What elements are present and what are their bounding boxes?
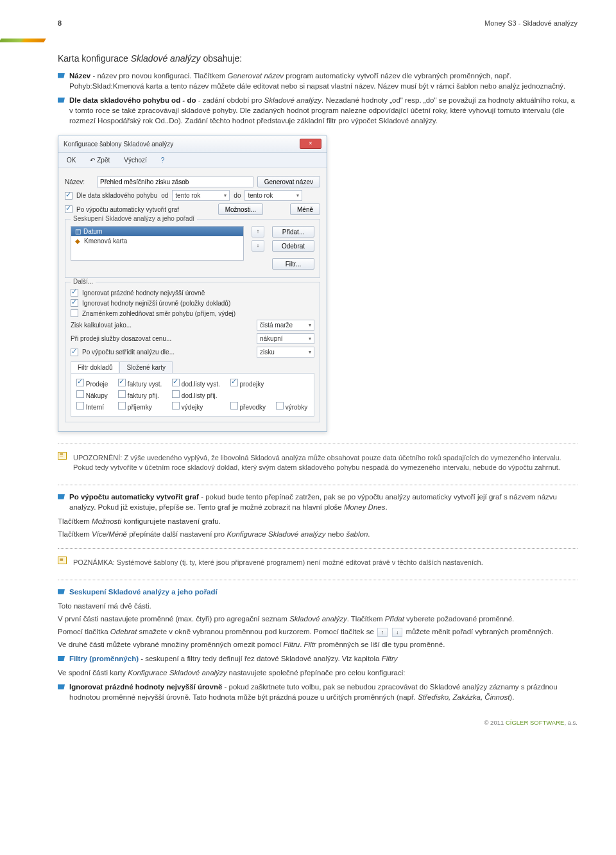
tab-body: Prodeje faktury vyst. dod.listy vyst. pr…: [71, 373, 314, 417]
tab-filter[interactable]: Filtr dokladů: [71, 361, 119, 373]
bullet-filtry: Filtry (proměnných) - seskupení a filtry…: [58, 653, 578, 664]
p-second: Ve druhé části můžete vybrané množiny pr…: [58, 639, 578, 650]
dialog-titlebar: Konfigurace šablony Skladové analýzy ×: [58, 135, 327, 153]
intro-title: Karta konfigurace Skladové analýzy obsah…: [58, 53, 578, 65]
date-checkbox[interactable]: [65, 192, 73, 200]
remove-button[interactable]: Odebrat: [272, 240, 314, 252]
name-label: Název:: [65, 178, 93, 186]
move-down-icon: ↓: [392, 628, 402, 637]
p-first: V první části nastavujete proměnné (max.…: [58, 614, 578, 624]
graph-checkbox[interactable]: [65, 205, 73, 213]
cena-select[interactable]: nákupní▾: [257, 333, 314, 344]
move-down-icon[interactable]: ↓: [252, 240, 264, 252]
filter-button[interactable]: Filtr...: [272, 258, 314, 270]
move-up-icon: ↑: [377, 628, 388, 637]
divider: [58, 444, 578, 444]
chk-ig1[interactable]: [71, 289, 78, 297]
p-two: Toto nastavení má dvě části.: [58, 601, 578, 611]
generate-name-button[interactable]: Generovat název: [257, 176, 320, 187]
grouping-box: Seskupení Skladové analýzy a jeho pořadí…: [65, 219, 320, 278]
zisk-select[interactable]: čistá marže▾: [257, 320, 314, 331]
book-icon: [58, 452, 67, 460]
note-warning: UPOZORNĚNÍ: Z výše uvedeného vyplývá, že…: [58, 451, 578, 476]
doc-title: Money S3 - Skladové analýzy: [484, 19, 578, 27]
p-bottom: Ve spodní části karty Konfigurace Sklado…: [58, 668, 578, 678]
dialog-title: Konfigurace šablony Skladové analýzy: [64, 141, 173, 148]
note-info: POZNÁMKA: Systémové šablony (tj. ty, kte…: [58, 555, 578, 570]
divider: [58, 485, 578, 485]
chk-sort[interactable]: [71, 349, 78, 356]
grouping-list[interactable]: ◫Datum ◆Kmenová karta: [71, 226, 244, 261]
bullet-seskupeni: Seskupení Skladové analýzy a jeho pořadí: [58, 587, 578, 597]
add-button[interactable]: Přidat...: [272, 226, 314, 238]
bullet-ignore: Ignorovat prázdné hodnoty nejvyšší úrovn…: [58, 682, 578, 702]
tab-composed[interactable]: Složené karty: [119, 361, 173, 373]
help-icon[interactable]: ?: [157, 155, 169, 165]
divider: [58, 548, 578, 549]
options-button[interactable]: Možnosti...: [218, 203, 263, 215]
page-footer: © 2011 CÍGLER SOFTWARE, a.s.: [58, 719, 578, 726]
calendar-icon: ◫: [75, 228, 81, 235]
less-button[interactable]: Méně: [290, 203, 320, 215]
bullet-nazev: Název - název pro novou konfiguraci. Tla…: [58, 71, 578, 91]
dialog-screenshot: Konfigurace šablony Skladové analýzy × O…: [58, 135, 327, 432]
ok-button[interactable]: OK: [62, 155, 80, 165]
p-options: Tlačítkem Možnosti konfigurujete nastave…: [58, 516, 578, 526]
do-select[interactable]: tento rok▾: [244, 190, 302, 201]
page-header: 8 Money S3 - Skladové analýzy: [58, 19, 578, 27]
p-more: Tlačítkem Více/Méně přepínáte další nast…: [58, 529, 578, 539]
close-icon[interactable]: ×: [300, 139, 321, 149]
decorative-stripe: [0, 39, 45, 42]
name-input[interactable]: [97, 177, 253, 187]
back-button[interactable]: ↶ Zpět: [85, 155, 114, 165]
bullet-dle-data: Dle data skladového pohybu od - do - zad…: [58, 95, 578, 126]
divider: [58, 580, 578, 580]
p-odebrat: Pomocí tlačítka Odebrat smažete v okně v…: [58, 626, 578, 637]
move-up-icon[interactable]: ↑: [252, 226, 264, 238]
book-icon: [58, 557, 67, 564]
dialog-toolbar: OK ↶ Zpět Výchozí ?: [58, 153, 327, 168]
list-item[interactable]: ◆Kmenová karta: [71, 236, 243, 246]
page-number: 8: [58, 19, 62, 27]
chk-ig2[interactable]: [71, 299, 78, 307]
default-button[interactable]: Výchozí: [119, 155, 151, 165]
more-box: Další... Ignorovat prázdné hodnoty nejvy…: [65, 282, 320, 422]
sort-select[interactable]: zisku▾: [257, 347, 314, 358]
bullet-graph: Po výpočtu automaticky vytvořit graf - p…: [58, 492, 578, 512]
card-icon: ◆: [75, 238, 80, 245]
chk-sign[interactable]: [71, 309, 78, 317]
od-select[interactable]: tento rok▾: [172, 190, 230, 201]
